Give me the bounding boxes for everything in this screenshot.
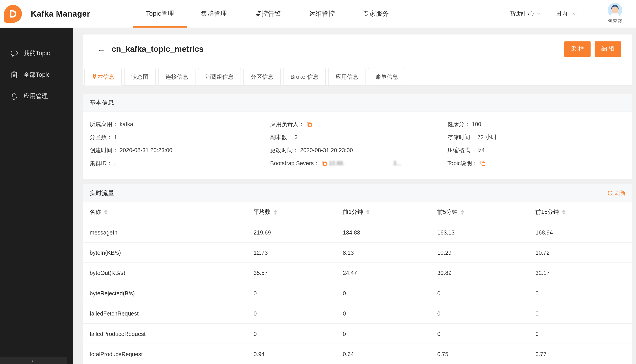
sidebar-item-all-topic[interactable]: 全部Topic bbox=[0, 64, 73, 86]
tab-basic-info[interactable]: 基本信息 bbox=[84, 68, 122, 86]
table-row: failedProduceRequest 0 0 0 0 bbox=[83, 324, 632, 344]
region-label: 国内 bbox=[555, 10, 567, 18]
field-value: 100 bbox=[472, 118, 481, 130]
field-label: 创建时间： bbox=[90, 144, 118, 157]
topic-header-card: ← cn_kafka_topic_metrics 采 样 编 辑 基本信息 状态… bbox=[83, 34, 632, 86]
field-value: kafka bbox=[120, 118, 133, 130]
tab-consumer-group[interactable]: 消费组信息 bbox=[198, 68, 241, 86]
col-label: 前15分钟 bbox=[536, 208, 559, 216]
field-value: lz4 bbox=[477, 144, 484, 157]
section-title: 实时流量 bbox=[90, 189, 114, 197]
chevron-down-icon bbox=[572, 11, 576, 15]
cell-15min: 32.17 bbox=[536, 270, 626, 276]
sort-control[interactable] bbox=[104, 209, 108, 216]
table-row: failedFetchRequest 0 0 0 0 bbox=[83, 303, 632, 323]
topic-title-row: ← cn_kafka_topic_metrics 采 样 编 辑 bbox=[83, 34, 632, 64]
back-button[interactable]: ← bbox=[97, 45, 106, 54]
chevron-down-icon bbox=[536, 11, 540, 15]
cell-15min: 10.72 bbox=[536, 249, 626, 256]
field-value: 3 bbox=[294, 130, 298, 144]
field-value: . bbox=[114, 157, 116, 170]
copy-icon[interactable] bbox=[306, 122, 312, 126]
help-center-link[interactable]: 帮助中心 bbox=[510, 10, 540, 18]
tab-partition-info[interactable]: 分区信息 bbox=[244, 68, 281, 86]
collapse-icon: « bbox=[32, 357, 35, 364]
field-label: 集群ID： bbox=[90, 157, 112, 170]
tab-connection-info[interactable]: 连接信息 bbox=[158, 68, 196, 86]
realtime-flow-card: 实时流量 刷新 名称 平均数 bbox=[83, 184, 632, 364]
cell-avg: 35.57 bbox=[254, 270, 343, 276]
cell-15min: 168.94 bbox=[536, 229, 626, 236]
sort-control[interactable] bbox=[460, 209, 465, 216]
avatar[interactable] bbox=[608, 3, 622, 18]
cell-1min: 8.13 bbox=[343, 249, 437, 256]
cell-5min: 163.13 bbox=[437, 229, 535, 236]
sort-control[interactable] bbox=[561, 209, 566, 216]
nav-item-expert[interactable]: 专家服务 bbox=[349, 0, 402, 28]
cell-15min: 0.77 bbox=[536, 351, 626, 357]
sample-button[interactable]: 采 样 bbox=[564, 41, 590, 57]
refresh-icon bbox=[607, 190, 613, 196]
tab-status-chart[interactable]: 状态图 bbox=[124, 68, 156, 86]
tab-bill-info[interactable]: 账单信息 bbox=[368, 68, 405, 86]
table-body: messageIn 219.69 134.83 163.13 168.94 by… bbox=[83, 222, 632, 364]
cell-5min: 0 bbox=[437, 330, 535, 337]
refresh-button[interactable]: 刷新 bbox=[607, 190, 626, 197]
sidebar-item-label: 应用管理 bbox=[24, 92, 48, 100]
cell-1min: 0 bbox=[343, 290, 437, 296]
cell-1min: 0 bbox=[343, 310, 437, 317]
cell-avg: 0 bbox=[254, 310, 343, 317]
basic-info-section-header: 基本信息 bbox=[83, 94, 632, 112]
field-create-time: 创建时间： 2020-08-31 20:23:00 bbox=[90, 144, 270, 157]
section-title: 基本信息 bbox=[90, 99, 114, 106]
table-row: byteIn(KB/s) 12.73 8.13 10.29 10.72 bbox=[83, 242, 632, 262]
cell-name: byteRejected(B/s) bbox=[90, 290, 253, 296]
cell-name: failedFetchRequest bbox=[90, 310, 253, 317]
sort-control[interactable] bbox=[365, 209, 370, 216]
region-select[interactable]: 国内 bbox=[555, 10, 576, 18]
field-label: 压缩格式： bbox=[448, 144, 476, 157]
col-header-15min: 前15分钟 bbox=[536, 208, 626, 216]
username-label: 包梦婷 bbox=[608, 18, 622, 25]
sidebar-collapse-button[interactable]: « bbox=[0, 357, 67, 364]
field-value: 2020-08-31 20:23:00 bbox=[300, 144, 353, 157]
field-retention-time: 存储时间： 72 小时 bbox=[448, 130, 626, 144]
field-bootstrap-servers: Bootstrap Severs： 10.88. 3... bbox=[270, 157, 448, 170]
edit-button[interactable]: 编 辑 bbox=[595, 41, 621, 57]
cell-5min: 10.29 bbox=[437, 249, 535, 256]
field-health-score: 健康分： 100 bbox=[448, 118, 626, 130]
help-center-label: 帮助中心 bbox=[510, 10, 534, 18]
field-label: 应用负责人： bbox=[270, 118, 304, 130]
field-replica-count: 副本数： 3 bbox=[270, 130, 448, 144]
tab-app-info[interactable]: 应用信息 bbox=[328, 68, 366, 86]
tab-broker-info[interactable]: Broker信息 bbox=[283, 68, 326, 86]
cell-1min: 134.83 bbox=[343, 229, 437, 236]
copy-icon[interactable] bbox=[322, 160, 327, 166]
sort-control[interactable] bbox=[273, 209, 278, 216]
col-label: 平均数 bbox=[254, 208, 271, 216]
bell-icon bbox=[10, 92, 19, 101]
sidebar-item-app-manage[interactable]: 应用管理 bbox=[0, 86, 73, 107]
field-owner-app: 所属应用： kafka bbox=[90, 118, 270, 130]
nav-item-ops[interactable]: 运维管控 bbox=[295, 0, 349, 28]
field-label: 副本数： bbox=[270, 130, 293, 144]
sidebar-item-my-topic[interactable]: 我的Topic bbox=[0, 43, 73, 64]
col-header-5min: 前5分钟 bbox=[437, 208, 535, 216]
comment-icon bbox=[10, 49, 19, 58]
nav-item-monitor[interactable]: 监控告警 bbox=[241, 0, 295, 28]
field-label: 更改时间： bbox=[270, 144, 299, 157]
nav-item-cluster[interactable]: 集群管理 bbox=[187, 0, 241, 28]
user-menu[interactable]: 包梦婷 bbox=[599, 3, 631, 25]
cell-avg: 0 bbox=[254, 290, 343, 296]
cell-5min: 0 bbox=[437, 290, 535, 296]
sidebar-menu: 我的Topic 全部Topic bbox=[0, 28, 73, 107]
navbar-right: 帮助中心 国内 bbox=[510, 0, 636, 28]
field-value: 2020-08-31 20:23:00 bbox=[120, 144, 172, 157]
nav-item-topic[interactable]: Topic管理 bbox=[133, 0, 187, 28]
copy-icon[interactable] bbox=[480, 160, 486, 166]
field-update-time: 更改时间： 2020-08-31 20:23:00 bbox=[270, 144, 448, 157]
col-header-1min: 前1分钟 bbox=[343, 208, 437, 216]
sidebar-item-label: 全部Topic bbox=[24, 71, 50, 78]
brand-logo-icon[interactable]: D bbox=[4, 5, 22, 23]
topic-tabs: 基本信息 状态图 连接信息 消费组信息 分区信息 Broker信息 应用信息 账… bbox=[83, 64, 632, 86]
